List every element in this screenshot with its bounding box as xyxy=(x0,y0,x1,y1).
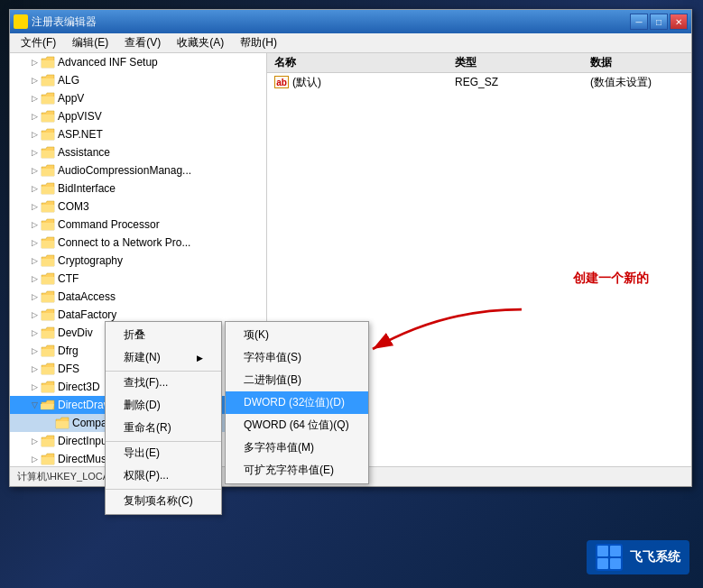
expand-icon: ▷ xyxy=(28,74,41,87)
tree-label: AppVISV xyxy=(58,110,102,123)
folder-icon xyxy=(41,182,55,195)
sub-binary[interactable]: 二进制值(B) xyxy=(226,369,368,391)
svg-rect-9 xyxy=(610,558,621,569)
menu-help[interactable]: 帮助(H) xyxy=(233,33,284,52)
expand-icon: ▷ xyxy=(28,345,41,357)
expand-icon: ▷ xyxy=(28,218,41,231)
registry-row-default[interactable]: ab (默认) REG_SZ (数值未设置) xyxy=(267,73,691,91)
registry-editor-window: 注册表编辑器 ─ □ ✕ 文件(F) 编辑(E) 查看(V) 收藏夹(A) 帮助… xyxy=(9,9,692,487)
context-menu: 折叠 新建(N) 查找(F)... 删除(D) 重命名(R) 导出(E) 权限(… xyxy=(105,321,222,515)
ctx-export[interactable]: 导出(E) xyxy=(106,441,221,464)
ctx-rename[interactable]: 重命名(R) xyxy=(106,417,221,439)
ctx-delete[interactable]: 删除(D) xyxy=(106,394,221,417)
tree-label: CTF xyxy=(58,272,79,285)
folder-icon xyxy=(55,417,69,429)
expand-icon: ▷ xyxy=(28,254,41,267)
tree-item-connectnetwork[interactable]: ▷ Connect to a Network Pro... xyxy=(10,234,266,252)
expand-icon: ▷ xyxy=(28,146,41,159)
expand-icon: ▷ xyxy=(28,272,41,285)
tree-item-aspnet[interactable]: ▷ ASP.NET xyxy=(10,125,266,143)
minimize-button[interactable]: ─ xyxy=(630,14,648,30)
watermark-box: 飞飞系统 xyxy=(587,540,689,574)
sub-expandstring[interactable]: 可扩充字符串值(E) xyxy=(226,459,368,482)
tree-label: DataAccess xyxy=(58,290,116,303)
ctx-new[interactable]: 新建(N) xyxy=(106,346,221,369)
sub-multistring[interactable]: 多字符串值(M) xyxy=(226,436,368,459)
tree-label: DevDiv xyxy=(58,326,93,339)
svg-rect-0 xyxy=(16,17,20,21)
sub-dword[interactable]: DWORD (32位值)(D) xyxy=(226,391,368,414)
folder-icon xyxy=(41,290,55,303)
expand-icon: ▷ xyxy=(28,290,41,303)
tree-item-bidinterface[interactable]: ▷ BidInterface xyxy=(10,179,266,198)
svg-rect-8 xyxy=(597,558,608,569)
tree-item-advanced-inf[interactable]: ▷ Advanced INF Setup xyxy=(10,53,266,71)
tree-item-appv[interactable]: ▷ AppV xyxy=(10,89,266,107)
watermark-label: 飞飞系统 xyxy=(630,549,680,565)
tree-item-assistance[interactable]: ▷ Assistance xyxy=(10,143,266,161)
tree-label: DataFactory xyxy=(58,308,116,321)
tree-label: ALG xyxy=(58,74,79,87)
ctx-collapse[interactable]: 折叠 xyxy=(106,324,221,346)
reg-string-icon: ab xyxy=(274,76,289,88)
maximize-button[interactable]: □ xyxy=(650,14,668,30)
expand-icon: ▷ xyxy=(28,164,41,177)
folder-icon xyxy=(41,381,55,393)
tree-item-dataaccess[interactable]: ▷ DataAccess xyxy=(10,288,266,306)
menu-file[interactable]: 文件(F) xyxy=(14,33,63,52)
folder-icon xyxy=(41,272,55,285)
folder-icon xyxy=(41,236,55,249)
tree-item-audiocompression[interactable]: ▷ AudioCompressionManag... xyxy=(10,161,266,179)
col-header-name: 名称 xyxy=(274,55,455,70)
reg-value-name: (默认) xyxy=(292,75,321,90)
folder-icon xyxy=(41,164,55,177)
menu-bar: 文件(F) 编辑(E) 查看(V) 收藏夹(A) 帮助(H) xyxy=(10,33,691,53)
tree-item-appvisv[interactable]: ▷ AppVISV xyxy=(10,107,266,125)
reg-value-type: REG_SZ xyxy=(455,76,590,88)
expand-icon: ▷ xyxy=(28,453,41,465)
expand-icon: ▷ xyxy=(28,236,41,249)
ctx-permissions[interactable]: 权限(P)... xyxy=(106,464,221,487)
tree-item-alg[interactable]: ▷ ALG xyxy=(10,71,266,89)
folder-icon xyxy=(41,92,55,105)
tree-label: Dfrg xyxy=(58,345,79,357)
tree-item-ctf[interactable]: ▷ CTF xyxy=(10,270,266,288)
folder-icon xyxy=(41,74,55,87)
tree-item-cryptography[interactable]: ▷ Cryptography xyxy=(10,252,266,270)
tree-label: BidInterface xyxy=(58,182,116,195)
expand-icon: ▷ xyxy=(28,326,41,339)
folder-icon xyxy=(41,218,55,231)
menu-edit[interactable]: 编辑(E) xyxy=(65,33,116,52)
tree-item-com3[interactable]: ▷ COM3 xyxy=(10,198,266,216)
menu-view[interactable]: 查看(V) xyxy=(117,33,168,52)
callout-text: 创建一个新的 xyxy=(573,271,649,287)
ctx-find[interactable]: 查找(F)... xyxy=(106,371,221,394)
tree-label: Direct3D xyxy=(58,381,100,393)
tree-item-commandprocessor[interactable]: ▷ Command Processor xyxy=(10,216,266,234)
folder-icon xyxy=(41,110,55,123)
expand-icon xyxy=(42,417,55,429)
callout-arrow xyxy=(343,293,541,365)
watermark-logo xyxy=(596,544,623,571)
expand-icon: ▷ xyxy=(28,381,41,393)
expand-icon: ▷ xyxy=(28,92,41,105)
expand-icon: ▷ xyxy=(28,182,41,195)
right-pane-header: 名称 类型 数据 xyxy=(267,53,691,73)
tree-label: Command Processor xyxy=(58,218,160,231)
svg-rect-6 xyxy=(597,546,608,556)
expand-icon: ▷ xyxy=(28,363,41,375)
title-bar: 注册表编辑器 ─ □ ✕ xyxy=(10,10,691,33)
expand-icon: ▷ xyxy=(28,435,41,447)
folder-icon xyxy=(41,435,55,447)
expand-icon: ▷ xyxy=(28,200,41,213)
close-button[interactable]: ✕ xyxy=(670,14,688,30)
ctx-copy[interactable]: 复制项名称(C) xyxy=(106,489,221,512)
sub-qword[interactable]: QWORD (64 位值)(Q) xyxy=(226,414,368,436)
folder-icon xyxy=(41,453,55,465)
tree-label: Assistance xyxy=(58,146,110,159)
watermark: 飞飞系统 xyxy=(587,540,689,574)
menu-favorites[interactable]: 收藏夹(A) xyxy=(170,33,231,52)
tree-label: Connect to a Network Pro... xyxy=(58,236,190,249)
tree-label: Advanced INF Setup xyxy=(58,56,158,69)
folder-icon xyxy=(41,345,55,357)
